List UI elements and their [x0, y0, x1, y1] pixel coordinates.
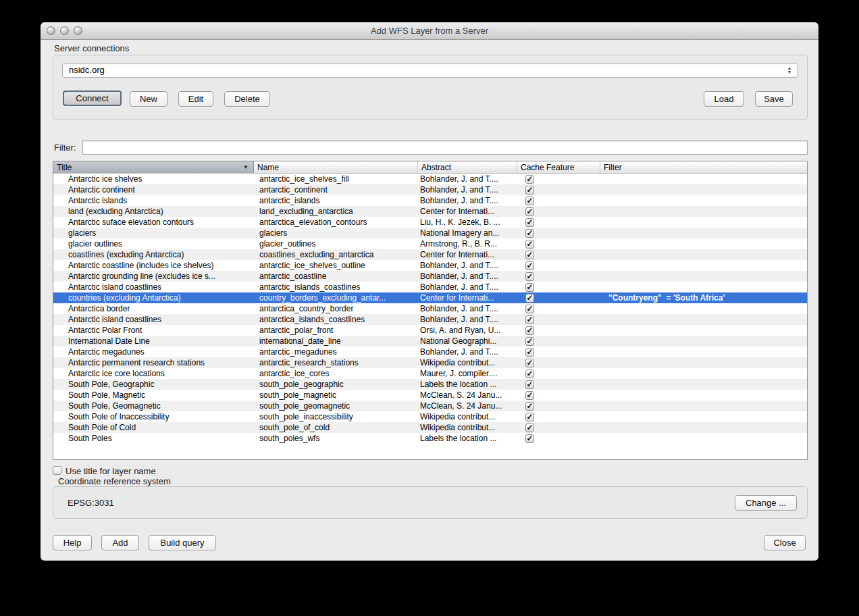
table-row[interactable]: Antarctic ice core locationsantarctic_ic… [53, 368, 807, 379]
cache-feature-checkbox[interactable]: ✓ [525, 424, 534, 432]
cache-feature-checkbox[interactable]: ✓ [525, 186, 534, 195]
cache-feature-checkbox[interactable]: ✓ [525, 207, 534, 216]
column-header-title[interactable]: Title ▼ [53, 161, 254, 173]
row-cache-cell: ✓ [517, 411, 600, 422]
column-header-name[interactable]: Name [254, 161, 418, 173]
table-row[interactable]: Antarctic Polar Frontantarctic_polar_fro… [53, 325, 807, 336]
row-title: land (excluding Antarctica) [53, 206, 254, 217]
column-header-abstract[interactable]: Abstract [418, 161, 517, 173]
row-name: glaciers [254, 228, 418, 238]
cache-feature-checkbox[interactable]: ✓ [525, 218, 534, 227]
column-header-filter[interactable]: Filter [600, 161, 807, 173]
stepper-arrows-icon: ▲▼ [785, 63, 793, 77]
table-row[interactable]: South Pole of Inaccessibilitysouth_pole_… [53, 411, 807, 422]
cache-feature-checkbox[interactable]: ✓ [525, 229, 534, 238]
table-row[interactable]: Antarctic grounding line (excludes ice s… [53, 271, 807, 282]
help-button[interactable]: Help [53, 535, 92, 550]
row-cache-cell: ✓ [517, 260, 600, 271]
row-cache-cell: ✓ [517, 346, 600, 357]
filter-input[interactable] [82, 140, 808, 155]
table-row[interactable]: South Pole, Geographicsouth_pole_geograp… [53, 379, 807, 390]
title-bar[interactable]: Add WFS Layer from a Server [41, 22, 818, 40]
new-button[interactable]: New [130, 91, 167, 107]
save-button[interactable]: Save [755, 91, 793, 107]
cache-feature-checkbox[interactable]: ✓ [525, 402, 534, 411]
table-row[interactable]: Antarctic island coastlinesantarctica_is… [53, 314, 807, 325]
row-name: antarctic_islands_coastlines [254, 282, 418, 292]
change-crs-button[interactable]: Change ... [735, 495, 797, 511]
edit-button[interactable]: Edit [178, 91, 213, 107]
use-title-checkbox[interactable] [53, 466, 61, 475]
table-row[interactable]: Antarctic continentantarctic_continentBo… [53, 184, 807, 195]
table-row[interactable]: land (excluding Antarctica)land_excludin… [53, 206, 807, 217]
load-button[interactable]: Load [704, 91, 744, 107]
table-row[interactable]: Antarctica borderantarctica_country_bord… [53, 303, 807, 314]
row-abstract: Orsi, A. and Ryan, U... [418, 325, 517, 336]
cache-feature-checkbox[interactable]: ✓ [525, 175, 534, 184]
row-filter [600, 260, 807, 271]
table-row[interactable]: South Polessouth_poles_wfsLabels the loc… [53, 433, 807, 444]
cache-feature-checkbox[interactable]: ✓ [525, 240, 534, 249]
row-name: south_pole_geographic [254, 379, 418, 390]
row-name: antarctica_elevation_contours [254, 217, 418, 228]
layer-table[interactable]: Title ▼ Name Abstract Cache Feature Filt… [53, 161, 808, 460]
add-button[interactable]: Add [101, 535, 139, 550]
row-cache-cell: ✓ [517, 303, 600, 314]
cache-feature-checkbox[interactable]: ✓ [525, 348, 534, 357]
filter-label: Filter: [54, 143, 76, 153]
row-abstract: Labels the location ... [418, 379, 517, 390]
table-row[interactable]: South Pole of Coldsouth_pole_of_coldWiki… [53, 422, 807, 433]
row-filter [600, 314, 807, 325]
row-title: Antarctic islands [53, 195, 254, 206]
row-abstract: Center for Internati... [418, 249, 517, 260]
table-row[interactable]: Antarctic megadunesantarctic_megadunesBo… [53, 346, 807, 357]
table-row[interactable]: South Pole, Magneticsouth_pole_magneticM… [53, 390, 807, 401]
cache-feature-checkbox[interactable]: ✓ [525, 326, 534, 335]
server-connection-select[interactable]: nsidc.org ▲▼ [62, 63, 798, 78]
row-filter: "Countryeng" = 'South Africa' [600, 292, 807, 303]
build-query-button[interactable]: Build query [149, 535, 216, 550]
cache-feature-checkbox[interactable]: ✓ [525, 391, 534, 400]
table-row[interactable]: Antarctic islandsantarctic_islandsBohlan… [53, 195, 807, 206]
row-cache-cell: ✓ [517, 433, 600, 444]
row-filter [600, 325, 807, 336]
cache-feature-checkbox[interactable]: ✓ [525, 272, 534, 281]
table-row[interactable]: International Date Lineinternational_dat… [53, 336, 807, 346]
row-abstract: Wikipedia contribut... [418, 411, 517, 422]
table-row[interactable]: Antarctic island coastlinesantarctic_isl… [53, 282, 807, 292]
row-filter [600, 249, 807, 260]
connect-button[interactable]: Connect [63, 91, 122, 106]
table-row[interactable]: glaciersglaciersNational Imagery an...✓ [53, 228, 807, 238]
table-row[interactable]: coastlines (excluding Antarctica)coastli… [53, 249, 807, 260]
cache-feature-checkbox[interactable]: ✓ [525, 197, 534, 205]
layer-table-body: Antarctic ice shelvesantarctic_ice_shelv… [53, 174, 807, 444]
crs-value: EPSG:3031 [68, 498, 114, 508]
cache-feature-checkbox[interactable]: ✓ [525, 380, 534, 389]
delete-button[interactable]: Delete [224, 91, 270, 107]
close-button[interactable]: Close [764, 535, 806, 550]
cache-feature-checkbox[interactable]: ✓ [525, 434, 534, 443]
row-filter [600, 422, 807, 433]
cache-feature-checkbox[interactable]: ✓ [525, 251, 534, 259]
cache-feature-checkbox[interactable]: ✓ [525, 337, 534, 346]
table-row[interactable]: South Pole, Geomagneticsouth_pole_geomag… [53, 401, 807, 411]
cache-feature-checkbox[interactable]: ✓ [525, 261, 534, 270]
row-cache-cell: ✓ [517, 325, 600, 336]
cache-feature-checkbox[interactable]: ✓ [525, 359, 534, 367]
table-row[interactable]: Antarctic ice shelvesantarctic_ice_shelv… [53, 174, 807, 184]
table-row[interactable]: Antarctic coastline (includes ice shelve… [53, 260, 807, 271]
table-row[interactable]: Antarctic permanent research stationsant… [53, 357, 807, 368]
cache-feature-checkbox[interactable]: ✓ [525, 413, 534, 421]
cache-feature-checkbox[interactable]: ✓ [525, 305, 534, 313]
table-row[interactable]: countries (excluding Antarctica)country_… [53, 292, 807, 303]
table-row[interactable]: glacier outlinesglacier_outlinesArmstron… [53, 238, 807, 249]
column-header-cache-feature[interactable]: Cache Feature [517, 161, 600, 173]
row-cache-cell: ✓ [517, 282, 600, 292]
cache-feature-checkbox[interactable]: ✓ [525, 294, 534, 303]
table-row[interactable]: Antarctic suface elevation contoursantar… [53, 217, 807, 228]
row-title: countries (excluding Antarctica) [53, 292, 254, 303]
row-title: Antarctic megadunes [53, 346, 254, 357]
cache-feature-checkbox[interactable]: ✓ [525, 369, 534, 378]
cache-feature-checkbox[interactable]: ✓ [525, 283, 534, 292]
cache-feature-checkbox[interactable]: ✓ [525, 315, 534, 324]
